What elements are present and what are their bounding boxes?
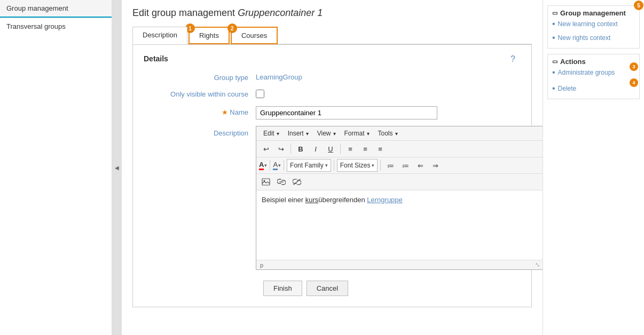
editor-bg-color-button[interactable]: A ▾ bbox=[273, 161, 281, 170]
rp-item-delete: 4 • Delete bbox=[552, 82, 635, 95]
rp-bullet-3: • bbox=[552, 68, 555, 77]
editor-resize-handle[interactable]: ⤡ bbox=[535, 261, 540, 268]
rp-item-administrate-groups: 3 • Administrate groups bbox=[552, 66, 635, 79]
description-label: Description bbox=[144, 126, 256, 137]
editor-menubar: Edit ▾ Insert ▾ View ▾ Format ▾ Tools ▾ bbox=[256, 126, 543, 141]
name-label: Name bbox=[144, 106, 256, 116]
rp-link-administrate-groups[interactable]: Administrate groups bbox=[558, 69, 615, 76]
tab-bar: Description 1 Rights 2 Courses bbox=[132, 26, 532, 44]
rp-item-delete-badge: 4 bbox=[630, 78, 638, 87]
sidebar-collapse-button[interactable]: ◀ bbox=[112, 0, 122, 335]
form-row-visible: Only visible within course bbox=[144, 88, 521, 100]
rp-link-delete[interactable]: Delete bbox=[558, 85, 577, 92]
editor-path: p bbox=[260, 262, 263, 268]
rp-bullet-4: • bbox=[552, 84, 555, 93]
rp-section-gm-badge: 5 bbox=[634, 1, 643, 10]
rp-bullet-1: • bbox=[552, 19, 555, 29]
editor-statusbar: p ⤡ bbox=[256, 260, 543, 269]
rp-item-new-learning-context: • New learning context bbox=[552, 17, 635, 31]
rp-collapse-gm[interactable]: ▭ bbox=[552, 10, 557, 17]
editor-menu-tools[interactable]: Tools ▾ bbox=[374, 128, 402, 139]
toolbar-separator-5 bbox=[334, 160, 334, 171]
rp-section-group-management: 5 ▭ Group management • New learning cont… bbox=[547, 5, 640, 49]
rp-link-new-learning-context[interactable]: New learning context bbox=[558, 20, 618, 28]
toolbar-separator-6 bbox=[380, 160, 381, 171]
rp-collapse-actions[interactable]: ▭ bbox=[552, 58, 557, 65]
sidebar-item-group-management[interactable]: Group management bbox=[0, 0, 112, 18]
editor-redo-button[interactable]: ↪ bbox=[274, 142, 288, 155]
editor-unlink-button[interactable] bbox=[290, 176, 304, 188]
editor-menu-view[interactable]: View ▾ bbox=[313, 128, 340, 139]
main-content: Edit group management Gruppencontainer 1… bbox=[122, 0, 543, 335]
toolbar-separator-3 bbox=[270, 160, 270, 171]
rp-link-new-rights-context[interactable]: New rights context bbox=[558, 34, 611, 42]
rp-section-gm-title: ▭ Group management bbox=[552, 9, 635, 17]
tab-description[interactable]: Description bbox=[132, 27, 187, 44]
rp-section-actions-title: ▭ Actions bbox=[552, 58, 635, 66]
form-row-description: Description Edit ▾ Insert ▾ View ▾ Forma… bbox=[144, 126, 521, 270]
toolbar-separator-2 bbox=[340, 143, 341, 154]
toolbar-separator-1 bbox=[290, 143, 291, 154]
name-input[interactable] bbox=[256, 106, 437, 119]
group-type-value: LearningGroup bbox=[256, 71, 521, 81]
tab-rights[interactable]: 1 Rights bbox=[189, 27, 230, 44]
tab-courses[interactable]: 2 Courses bbox=[231, 27, 278, 44]
editor-outdent-button[interactable]: ⇐ bbox=[413, 159, 427, 172]
content-box: ? Details Group type LearningGroup Only … bbox=[132, 44, 532, 307]
editor-align-center-button[interactable]: ≡ bbox=[358, 142, 372, 155]
cancel-button[interactable]: Cancel bbox=[307, 281, 348, 296]
right-panel: 5 ▭ Group management • New learning cont… bbox=[543, 0, 644, 335]
page-title: Edit group management Gruppencontainer 1 bbox=[132, 7, 532, 19]
sidebar-item-transversal-groups[interactable]: Transversal groups bbox=[0, 18, 112, 35]
editor-menu-format[interactable]: Format ▾ bbox=[341, 128, 373, 139]
help-icon[interactable]: ? bbox=[511, 54, 515, 64]
editor-content-area[interactable]: Beispiel einer kursübergreifenden Lerngr… bbox=[256, 190, 543, 260]
group-type-label: Group type bbox=[144, 71, 256, 82]
tab-courses-badge: 2 bbox=[227, 23, 237, 33]
editor-bold-button[interactable]: B bbox=[294, 142, 308, 155]
editor-font-color-button[interactable]: A ▾ bbox=[259, 161, 267, 170]
svg-line-3 bbox=[294, 179, 300, 185]
form-actions: Finish Cancel bbox=[144, 281, 521, 296]
editor-toolbar-1: ↩ ↪ B I U ≡ ≡ ≡ bbox=[256, 141, 543, 157]
editor-align-left-button[interactable]: ≡ bbox=[343, 142, 357, 155]
rp-item-administrate-badge: 3 bbox=[630, 62, 638, 71]
editor-list-ordered-button[interactable]: ≔ bbox=[398, 159, 412, 172]
editor-toolbar-2: A ▾ A ▾ Font Family ▾ bbox=[256, 157, 543, 174]
rp-section-actions: ▭ Actions 3 • Administrate groups 4 • De… bbox=[547, 54, 640, 99]
editor-menu-edit[interactable]: Edit ▾ bbox=[260, 128, 283, 139]
form-row-group-type: Group type LearningGroup bbox=[144, 71, 521, 82]
visible-checkbox[interactable] bbox=[256, 90, 264, 98]
editor-list-unordered-button[interactable]: ≔ bbox=[383, 159, 397, 172]
editor-menu-insert[interactable]: Insert ▾ bbox=[284, 128, 312, 139]
details-title: Details bbox=[144, 54, 521, 63]
editor-insert-image-button[interactable] bbox=[259, 176, 273, 188]
visible-label: Only visible within course bbox=[144, 88, 256, 98]
sidebar: Group management Transversal groups bbox=[0, 0, 112, 335]
editor-indent-button[interactable]: ⇒ bbox=[428, 159, 442, 172]
editor-align-right-button[interactable]: ≡ bbox=[373, 142, 387, 155]
rp-item-new-rights-context: • New rights context bbox=[552, 31, 635, 45]
svg-rect-0 bbox=[262, 179, 270, 185]
editor-toolbar-3 bbox=[256, 174, 543, 190]
editor-insert-link-button[interactable] bbox=[274, 176, 288, 188]
editor-font-sizes-dropdown[interactable]: Font Sizes ▾ bbox=[337, 159, 378, 172]
editor-undo-button[interactable]: ↩ bbox=[259, 142, 273, 155]
rp-bullet-2: • bbox=[552, 33, 555, 43]
form-row-name: Name bbox=[144, 106, 521, 119]
editor-font-family-dropdown[interactable]: Font Family ▾ bbox=[287, 159, 331, 172]
finish-button[interactable]: Finish bbox=[263, 281, 302, 296]
toolbar-separator-4 bbox=[284, 160, 284, 171]
editor-underline-button[interactable]: U bbox=[324, 142, 337, 155]
editor-italic-button[interactable]: I bbox=[309, 142, 323, 155]
rich-text-editor: Edit ▾ Insert ▾ View ▾ Format ▾ Tools ▾ … bbox=[256, 126, 543, 270]
